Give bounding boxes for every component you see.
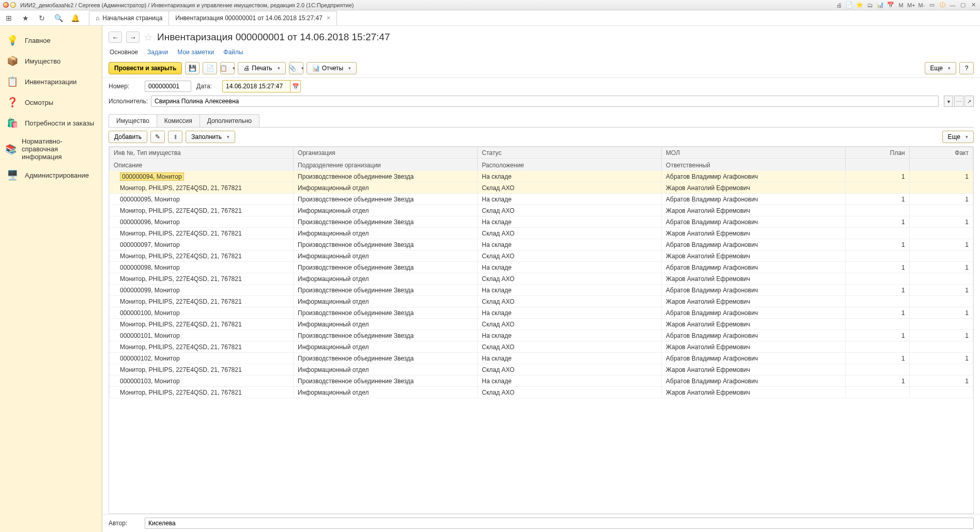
tab-extra[interactable]: Дополнительно — [200, 114, 259, 127]
tab-commission[interactable]: Комиссия — [157, 114, 200, 127]
more-button[interactable]: Еще — [925, 62, 956, 74]
col-dept[interactable]: Подразделение организации — [294, 159, 478, 171]
sidebar-item[interactable]: 📦Имущество — [0, 51, 102, 71]
table-row-sub[interactable]: Монитор, PHILIPS, 227E4QSD, 21, 767821Ин… — [110, 251, 973, 262]
subnav-tasks[interactable]: Задачи — [147, 49, 168, 56]
table-row-sub[interactable]: Монитор, PHILIPS, 227E4QSD, 21, 767821Ин… — [110, 341, 973, 353]
table-row-sub[interactable]: Монитор, PHILIPS, 227E4QSD, 21, 767821Ин… — [110, 228, 973, 239]
history-icon[interactable]: ↻ — [37, 14, 47, 22]
post-and-close-button[interactable]: Провести и закрыть — [109, 62, 182, 74]
app-icon-2 — [10, 2, 16, 8]
titlebar-icon[interactable]: 📊 — [877, 2, 884, 9]
add-button[interactable]: Добавить — [109, 131, 147, 143]
sidebar-item[interactable]: 📋Инвентаризации — [0, 71, 102, 92]
dropdown-icon[interactable]: ▾ — [944, 96, 953, 107]
table-row-sub[interactable]: Монитор, PHILIPS, 227E4QSD, 21, 767821Ин… — [110, 273, 973, 285]
fill-button[interactable]: Заполнить — [186, 131, 235, 143]
sidebar-icon: 🖥️ — [5, 169, 20, 181]
attach-button[interactable]: 📎 — [289, 62, 303, 74]
table-row[interactable]: 000000102, МониторПроизводственное объед… — [110, 353, 973, 364]
titlebar-icon[interactable]: M+ — [908, 2, 915, 9]
back-button[interactable]: ← — [109, 32, 122, 43]
inner-tabs: Имущество Комиссия Дополнительно — [109, 114, 974, 128]
subnav-main[interactable]: Основное — [110, 49, 138, 56]
home-icon: ⌂ — [96, 14, 99, 22]
sidebar-item[interactable]: 📚Нормативно-справочная информация — [0, 133, 102, 165]
apps-icon[interactable]: ⊞ — [4, 14, 13, 22]
titlebar-icon[interactable]: ▭ — [928, 2, 936, 9]
titlebar-icon[interactable]: 📄 — [846, 2, 853, 9]
table-row[interactable]: 000000099, МониторПроизводственное объед… — [110, 285, 973, 296]
sidebar-item[interactable]: 💡Главное — [0, 30, 102, 51]
sidebar-item[interactable]: 🛍️Потребности и заказы — [0, 113, 102, 133]
titlebar-icon[interactable]: 🗂 — [866, 2, 874, 9]
table-row[interactable]: 000000100, МониторПроизводственное объед… — [110, 307, 973, 319]
tab-document[interactable]: Инвентаризация 000000001 от 14.06.2018 1… — [169, 11, 337, 25]
forward-button[interactable]: → — [126, 32, 140, 43]
col-loc[interactable]: Расположение — [478, 159, 662, 171]
main-content: ← → ☆ Инвентаризация 000000001 от 14.06.… — [102, 26, 980, 532]
col-status[interactable]: Статус — [478, 147, 662, 159]
table-row[interactable]: 000000095, МониторПроизводственное объед… — [110, 194, 973, 205]
search-icon[interactable]: 🔍 — [54, 14, 63, 22]
save-button[interactable]: 💾 — [185, 62, 200, 74]
subnav-notes[interactable]: Мои заметки — [177, 49, 214, 56]
col-plan[interactable]: План — [846, 147, 909, 159]
table-row-sub[interactable]: Монитор, PHILIPS, 227E4QSD, 21, 767821Ин… — [110, 205, 973, 216]
author-field[interactable] — [145, 518, 974, 529]
tab-property[interactable]: Имущество — [109, 114, 157, 127]
reports-button[interactable]: 📊 Отчеты — [307, 62, 357, 74]
sidebar-item[interactable]: ❓Осмотры — [0, 92, 102, 113]
titlebar-icon[interactable]: M — [897, 2, 905, 9]
table-row[interactable]: 000000096, МониторПроизводственное объед… — [110, 216, 973, 228]
info-icon[interactable]: ⓘ — [939, 2, 946, 9]
minimize-icon[interactable]: — — [949, 2, 956, 9]
table-row[interactable]: 000000098, МониторПроизводственное объед… — [110, 262, 973, 273]
table-row[interactable]: 000000097, МониторПроизводственное объед… — [110, 239, 973, 251]
calendar-icon[interactable]: 📅 — [290, 81, 300, 92]
table-row[interactable]: 000000103, МониторПроизводственное объед… — [110, 375, 973, 387]
sidebar: 💡Главное📦Имущество📋Инвентаризации❓Осмотр… — [0, 26, 102, 532]
property-table: Инв №, Тип имущества Организация Статус … — [109, 147, 973, 398]
favorite-icon[interactable]: ☆ — [144, 31, 153, 43]
tab-home[interactable]: ⌂ Начальная страница — [89, 11, 169, 25]
col-resp[interactable]: Ответственный — [662, 159, 846, 171]
edit-button[interactable]: ✎ — [150, 131, 165, 143]
titlebar-icon[interactable]: M- — [918, 2, 925, 9]
print-button[interactable]: 🖨 Печать — [238, 62, 285, 74]
sidebar-label: Инвентаризации — [25, 78, 76, 86]
dots-icon[interactable]: ⋯ — [954, 96, 963, 107]
tab-close-icon[interactable]: × — [327, 14, 330, 22]
date-field[interactable] — [223, 81, 290, 92]
titlebar-icon[interactable]: 🖨 — [835, 2, 843, 9]
table-row-sub[interactable]: Монитор, PHILIPS, 227E4QSD, 21, 767821Ин… — [110, 296, 973, 307]
table-row-sub[interactable]: Монитор, PHILIPS, 227E4QSD, 21, 767821Ин… — [110, 319, 973, 330]
table-wrap[interactable]: Инв №, Тип имущества Организация Статус … — [109, 146, 974, 514]
table-row[interactable]: 000000094, МониторПроизводственное объед… — [110, 171, 973, 182]
table-row-sub[interactable]: Монитор, PHILIPS, 227E4QSD, 21, 767821Ин… — [110, 387, 973, 398]
titlebar-icon[interactable]: ⭐ — [856, 2, 863, 9]
table-row-sub[interactable]: Монитор, PHILIPS, 227E4QSD, 21, 767821Ин… — [110, 364, 973, 375]
action1-button[interactable]: 📋 — [220, 62, 235, 74]
table-more-button[interactable]: Еще — [942, 131, 974, 143]
barcode-button[interactable]: ⦀ — [168, 131, 182, 143]
col-org[interactable]: Организация — [294, 147, 478, 159]
titlebar-icon[interactable]: 📅 — [887, 2, 894, 9]
post-button[interactable]: 📄 — [203, 62, 217, 74]
col-mol[interactable]: МОЛ — [662, 147, 846, 159]
maximize-icon[interactable]: ▢ — [959, 2, 967, 9]
number-field[interactable] — [145, 81, 191, 92]
executor-field[interactable] — [151, 96, 939, 107]
table-row[interactable]: 000000101, МониторПроизводственное объед… — [110, 330, 973, 341]
open-icon[interactable]: ↗ — [964, 96, 974, 107]
help-button[interactable]: ? — [959, 62, 974, 74]
col-inv[interactable]: Инв №, Тип имущества — [110, 147, 294, 159]
star-icon[interactable]: ★ — [21, 14, 30, 22]
col-fact[interactable]: Факт — [909, 147, 973, 159]
subnav-files[interactable]: Файлы — [223, 49, 243, 56]
col-desc[interactable]: Описание — [110, 159, 294, 171]
table-row-sub[interactable]: Монитор, PHILIPS, 227E4QSD, 21, 767821Ин… — [110, 182, 973, 194]
sidebar-item[interactable]: 🖥️Администрирование — [0, 165, 102, 185]
close-icon[interactable]: ✕ — [970, 2, 977, 9]
bell-icon[interactable]: 🔔 — [70, 14, 80, 22]
